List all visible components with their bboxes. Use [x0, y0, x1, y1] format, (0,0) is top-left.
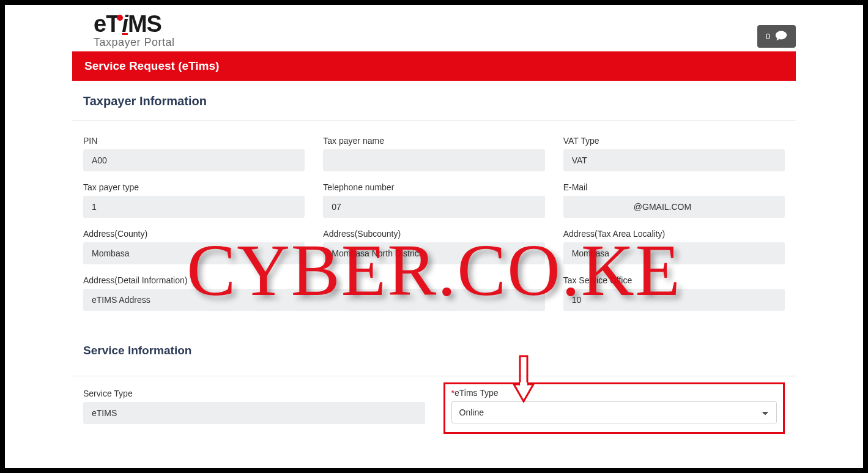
detail-field-group: Address(Detail Information): [83, 275, 545, 311]
payer-type-field-group: Tax payer type: [83, 182, 305, 218]
chat-icon: [775, 30, 787, 43]
panel-title: Service Request (eTims): [84, 59, 219, 72]
taxpayer-form: PIN Tax payer name VAT Type Tax payer ty…: [72, 121, 796, 317]
telephone-label: Telephone number: [323, 182, 544, 192]
vat-type-field-group: VAT Type: [563, 136, 785, 171]
telephone-field-group: Telephone number: [323, 182, 544, 218]
payer-type-label: Tax payer type: [83, 182, 305, 192]
panel-title-bar: Service Request (eTims): [72, 51, 796, 81]
service-type-field-group: Service Type: [83, 389, 425, 424]
pin-input: [83, 149, 305, 171]
logo: eTiMS Taxpayer Portal: [72, 12, 175, 48]
service-type-input: [83, 402, 425, 424]
name-label: Tax payer name: [323, 136, 544, 146]
header: eTiMS Taxpayer Portal 0: [72, 5, 796, 51]
county-input: [83, 242, 305, 264]
locality-field-group: Address(Tax Area Locality): [563, 229, 785, 264]
etims-type-highlight-box: *eTims Type Online: [443, 382, 785, 434]
service-form: Service Type *eTims Type Online: [72, 376, 796, 434]
detail-input: [83, 289, 545, 311]
pin-label: PIN: [83, 136, 305, 146]
service-section-title: Service Information: [72, 326, 796, 376]
logo-text-post: MS: [128, 11, 161, 37]
tax-office-field-group: Tax Service Office: [563, 275, 785, 311]
subcounty-label: Address(Subcounty): [323, 229, 544, 239]
subcounty-input: [323, 242, 544, 264]
taxpayer-section-title: Taxpayer Information: [72, 81, 796, 121]
name-input: [323, 149, 544, 171]
etims-type-label-text: eTims Type: [454, 388, 499, 398]
etims-type-select[interactable]: Online: [451, 401, 777, 423]
notifications-button[interactable]: 0: [757, 25, 796, 48]
telephone-input: [323, 196, 544, 218]
logo-subtitle: Taxpayer Portal: [94, 37, 175, 48]
payer-type-input: [83, 196, 305, 218]
detail-label: Address(Detail Information): [83, 275, 545, 285]
logo-text-pre: eT: [94, 11, 119, 37]
email-field-group: E-Mail: [563, 182, 785, 218]
locality-label: Address(Tax Area Locality): [563, 229, 785, 239]
logo-dot-icon: [117, 15, 123, 21]
county-field-group: Address(County): [83, 229, 305, 264]
email-input: [563, 196, 785, 218]
county-label: Address(County): [83, 229, 305, 239]
notifications-count: 0: [766, 32, 770, 41]
tax-office-input: [563, 289, 785, 311]
logo-main: eTiMS: [94, 12, 175, 35]
pin-field-group: PIN: [83, 136, 305, 171]
vat-type-input: [563, 149, 785, 171]
name-field-group: Tax payer name: [323, 136, 544, 171]
vat-type-label: VAT Type: [563, 136, 785, 146]
tax-office-label: Tax Service Office: [563, 275, 785, 285]
etims-type-label: *eTims Type: [451, 388, 777, 398]
subcounty-field-group: Address(Subcounty): [323, 229, 544, 264]
email-label: E-Mail: [563, 182, 785, 192]
logo-text-i: i: [122, 11, 128, 37]
service-type-label: Service Type: [83, 389, 425, 398]
locality-input: [563, 242, 785, 264]
